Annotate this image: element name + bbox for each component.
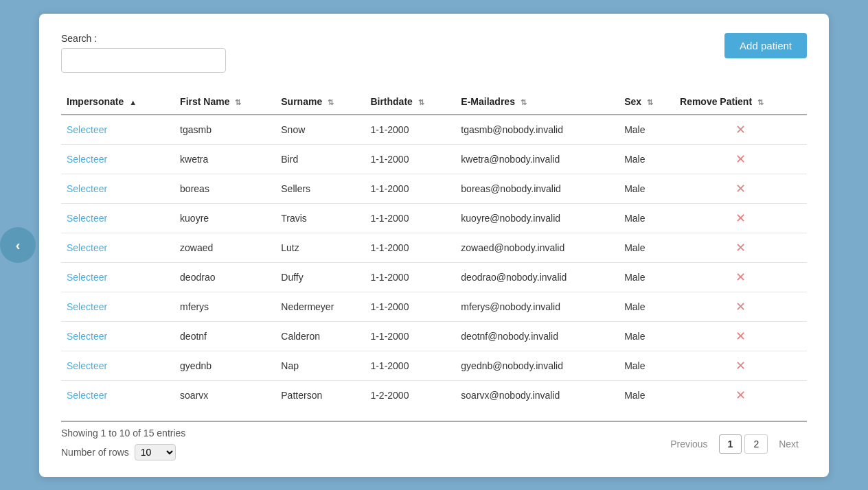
remove-cell: ✕ [674,233,807,262]
first-name-cell: kuoyre [174,203,275,233]
birthdate-cell: 1-1-2000 [365,262,455,292]
col-birthdate: Birthdate ⇅ [365,89,455,115]
rows-per-page-select[interactable]: 10 25 50 100 [135,444,176,460]
remove-patient-button[interactable]: ✕ [680,270,801,285]
birthdate-cell: 1-1-2000 [365,321,455,351]
add-patient-button[interactable]: Add patient [724,33,807,58]
surname-cell: Travis [275,203,365,233]
remove-cell: ✕ [674,321,807,351]
birthdate-cell: 1-1-2000 [365,292,455,321]
remove-cell: ✕ [674,292,807,321]
sex-cell: Male [619,321,674,351]
sidebar-toggle-button[interactable]: ‹ [0,227,36,263]
selecteer-link[interactable]: Selecteer [67,154,107,165]
remove-patient-button[interactable]: ✕ [680,329,801,344]
footer: Showing 1 to 10 of 15 entries Number of … [61,428,807,460]
remove-cell: ✕ [674,174,807,203]
remove-patient-button[interactable]: ✕ [680,181,801,196]
table-row: SelecteerboreasSellers1-1-2000boreas@nob… [61,174,807,203]
table-row: SelecteersoarvxPatterson1-2-2000soarvx@n… [61,380,807,410]
sort-icon-email[interactable]: ⇅ [521,98,527,107]
email-cell: gyednb@nobody.invalid [455,351,619,380]
surname-cell: Duffy [275,262,365,292]
birthdate-cell: 1-1-2000 [365,233,455,262]
table-row: SelecteerdeotnfCalderon1-1-2000deotnf@no… [61,321,807,351]
remove-cell: ✕ [674,203,807,233]
table-row: SelecteermferysNedermeyer1-1-2000mferys@… [61,292,807,321]
sort-icon-birthdate[interactable]: ⇅ [418,98,424,107]
sex-cell: Male [619,115,674,145]
table-divider [61,421,807,422]
birthdate-cell: 1-1-2000 [365,174,455,203]
table-body: SelecteertgasmbSnow1-1-2000tgasmb@nobody… [61,115,807,410]
pagination-page-1-button[interactable]: 1 [719,434,742,454]
remove-cell: ✕ [674,380,807,410]
sex-cell: Male [619,351,674,380]
sort-icon-sex[interactable]: ⇅ [647,98,653,107]
first-name-cell: deotnf [174,321,275,351]
birthdate-cell: 1-2-2000 [365,380,455,410]
surname-cell: Lutz [275,233,365,262]
table-row: SelecteerkwetraBird1-1-2000kwetra@nobody… [61,144,807,174]
selecteer-link[interactable]: Selecteer [67,301,107,312]
first-name-cell: tgasmb [174,115,275,145]
sort-icon-surname[interactable]: ⇅ [328,98,334,107]
selecteer-link[interactable]: Selecteer [67,213,107,224]
sort-icon-first-name[interactable]: ⇅ [235,98,241,107]
email-cell: zowaed@nobody.invalid [455,233,619,262]
remove-patient-button[interactable]: ✕ [680,211,801,226]
rows-label: Number of rows [61,447,129,458]
first-name-cell: kwetra [174,144,275,174]
sort-icon-remove[interactable]: ⇅ [757,98,764,107]
surname-cell: Snow [275,115,365,145]
birthdate-cell: 1-1-2000 [365,144,455,174]
showing-text: Showing 1 to 10 of 15 entries [61,428,185,439]
first-name-cell: gyednb [174,351,275,380]
sex-cell: Male [619,262,674,292]
col-email: E-Mailadres ⇅ [455,89,619,115]
remove-patient-button[interactable]: ✕ [680,152,801,167]
remove-patient-button[interactable]: ✕ [680,122,801,137]
surname-cell: Patterson [275,380,365,410]
sex-cell: Male [619,174,674,203]
surname-cell: Calderon [275,321,365,351]
footer-left: Showing 1 to 10 of 15 entries Number of … [61,428,185,460]
pagination-previous-button[interactable]: Previous [662,435,716,453]
first-name-cell: zowaed [174,233,275,262]
birthdate-cell: 1-1-2000 [365,115,455,145]
pagination: Previous 1 2 Next [662,434,807,454]
top-bar: Search : Add patient [61,33,807,73]
email-cell: mferys@nobody.invalid [455,292,619,321]
col-sex: Sex ⇅ [619,89,674,115]
remove-patient-button[interactable]: ✕ [680,299,801,314]
table-row: SelecteerzowaedLutz1-1-2000zowaed@nobody… [61,233,807,262]
remove-patient-button[interactable]: ✕ [680,358,801,373]
surname-cell: Nedermeyer [275,292,365,321]
remove-cell: ✕ [674,115,807,145]
remove-patient-button[interactable]: ✕ [680,388,801,403]
selecteer-link[interactable]: Selecteer [67,242,107,253]
selecteer-link[interactable]: Selecteer [67,124,107,135]
search-input[interactable] [61,48,226,73]
selecteer-link[interactable]: Selecteer [67,183,107,194]
remove-cell: ✕ [674,262,807,292]
email-cell: tgasmb@nobody.invalid [455,115,619,145]
selecteer-link[interactable]: Selecteer [67,360,107,371]
selecteer-link[interactable]: Selecteer [67,272,107,283]
selecteer-link[interactable]: Selecteer [67,390,107,401]
email-cell: deotnf@nobody.invalid [455,321,619,351]
selecteer-link[interactable]: Selecteer [67,331,107,342]
table-row: SelecteertgasmbSnow1-1-2000tgasmb@nobody… [61,115,807,145]
sex-cell: Male [619,292,674,321]
email-cell: soarvx@nobody.invalid [455,380,619,410]
table-row: SelecteerkuoyreTravis1-1-2000kuoyre@nobo… [61,203,807,233]
remove-cell: ✕ [674,351,807,380]
pagination-page-2-button[interactable]: 2 [744,434,768,454]
pagination-next-button[interactable]: Next [770,435,807,453]
email-cell: kwetra@nobody.invalid [455,144,619,174]
birthdate-cell: 1-1-2000 [365,203,455,233]
email-cell: boreas@nobody.invalid [455,174,619,203]
search-section: Search : [61,33,226,73]
sort-icon-impersonate[interactable]: ▲ [129,98,137,106]
remove-patient-button[interactable]: ✕ [680,240,801,255]
